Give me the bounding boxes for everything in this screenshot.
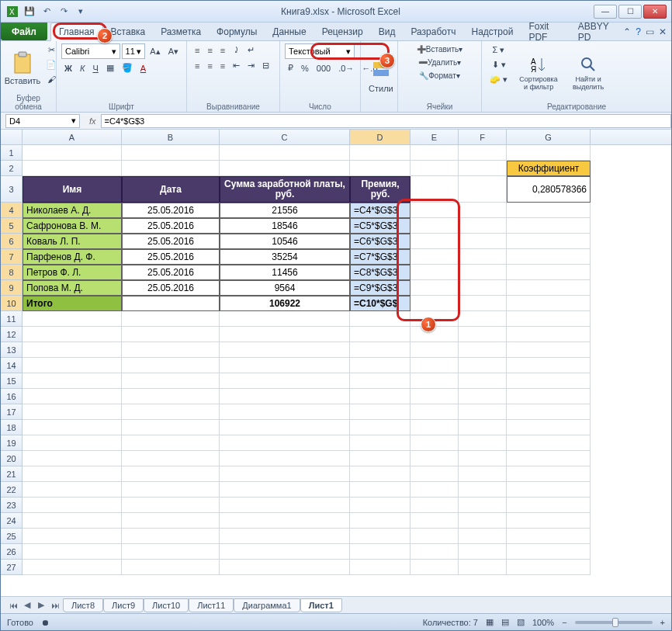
cell[interactable] bbox=[122, 311, 220, 327]
cell[interactable] bbox=[410, 161, 459, 176]
tab-layout[interactable]: Разметка bbox=[153, 23, 209, 40]
italic-icon[interactable]: К bbox=[77, 61, 88, 75]
cell[interactable] bbox=[220, 145, 350, 161]
sheet-nav-prev-icon[interactable]: ◀ bbox=[21, 599, 33, 612]
salary-cell[interactable]: 18546 bbox=[220, 218, 350, 234]
cell[interactable] bbox=[507, 358, 591, 373]
cell[interactable] bbox=[220, 389, 350, 404]
file-tab[interactable]: Файл bbox=[1, 23, 47, 40]
cell[interactable] bbox=[410, 145, 459, 161]
macro-record-icon[interactable]: ⏺ bbox=[41, 618, 50, 627]
increase-decimal-icon[interactable]: .0→ bbox=[335, 61, 357, 75]
font-color-icon[interactable]: A bbox=[137, 61, 149, 75]
row-header-14[interactable]: 14 bbox=[1, 358, 23, 373]
select-all-corner[interactable] bbox=[1, 130, 23, 144]
cell[interactable] bbox=[122, 342, 220, 358]
cell[interactable] bbox=[122, 389, 220, 404]
tab-foxit[interactable]: Foxit PDF bbox=[521, 23, 570, 40]
row-header-2[interactable]: 2 bbox=[1, 161, 23, 176]
font-size-box[interactable]: 11▾ bbox=[122, 43, 146, 59]
bonus-cell[interactable]: =C9*$G$3 bbox=[350, 280, 410, 296]
cell[interactable] bbox=[350, 482, 410, 498]
cell[interactable] bbox=[507, 234, 591, 249]
cell[interactable] bbox=[350, 513, 410, 529]
cell[interactable] bbox=[410, 373, 459, 389]
tab-view[interactable]: Вид bbox=[371, 23, 404, 40]
cell[interactable] bbox=[410, 482, 459, 498]
fill-color-icon[interactable]: 🪣 bbox=[119, 61, 136, 75]
cell[interactable] bbox=[459, 249, 507, 265]
cell[interactable] bbox=[23, 544, 122, 560]
undo-icon[interactable]: ↶ bbox=[40, 5, 54, 19]
cell[interactable] bbox=[23, 358, 122, 373]
cell[interactable] bbox=[410, 389, 459, 404]
cell[interactable] bbox=[350, 342, 410, 358]
cell[interactable] bbox=[350, 529, 410, 544]
date-cell[interactable]: 25.05.2016 bbox=[122, 234, 220, 249]
formula-input[interactable]: =C4*$G$3 bbox=[101, 114, 671, 128]
cell[interactable] bbox=[507, 389, 591, 404]
sheet-tab-Диаграмма1[interactable]: Диаграмма1 bbox=[234, 598, 300, 612]
insert-cells-button[interactable]: ➕ Вставить ▾ bbox=[403, 43, 476, 55]
cell[interactable] bbox=[410, 544, 459, 560]
view-pagebreak-icon[interactable]: ▧ bbox=[517, 617, 525, 627]
cell[interactable] bbox=[507, 342, 591, 358]
cell[interactable] bbox=[220, 342, 350, 358]
cell[interactable] bbox=[459, 358, 507, 373]
align-bottom-icon[interactable]: ≡ bbox=[217, 43, 228, 57]
cell[interactable] bbox=[459, 482, 507, 498]
cell[interactable] bbox=[23, 145, 122, 161]
cell[interactable] bbox=[23, 560, 122, 575]
cell[interactable] bbox=[122, 420, 220, 435]
row-header-10[interactable]: 10 bbox=[1, 296, 23, 311]
cell[interactable] bbox=[350, 389, 410, 404]
sheet-nav-next-icon[interactable]: ▶ bbox=[35, 599, 47, 612]
number-format-box[interactable]: Текстовый▾ bbox=[285, 43, 355, 59]
delete-cells-button[interactable]: ➖ Удалить ▾ bbox=[403, 57, 476, 68]
view-layout-icon[interactable]: ▤ bbox=[501, 617, 509, 627]
cell[interactable] bbox=[122, 513, 220, 529]
date-cell[interactable]: 25.05.2016 bbox=[122, 249, 220, 265]
clear-icon[interactable]: 🧽 ▾ bbox=[487, 73, 511, 86]
cell[interactable] bbox=[220, 466, 350, 482]
cell[interactable] bbox=[23, 435, 122, 451]
cell[interactable] bbox=[507, 145, 591, 161]
close-workbook-icon[interactable]: ✕ bbox=[659, 26, 667, 37]
cell[interactable] bbox=[459, 218, 507, 234]
row-header-23[interactable]: 23 bbox=[1, 498, 23, 513]
row-header-9[interactable]: 9 bbox=[1, 280, 23, 296]
cell[interactable] bbox=[23, 513, 122, 529]
cell[interactable] bbox=[459, 544, 507, 560]
find-select-button[interactable]: Найти и выделить bbox=[566, 43, 610, 102]
cell[interactable] bbox=[410, 560, 459, 575]
cell[interactable] bbox=[410, 513, 459, 529]
cell[interactable] bbox=[507, 560, 591, 575]
cell[interactable] bbox=[507, 482, 591, 498]
cell[interactable] bbox=[459, 296, 507, 311]
cell[interactable] bbox=[459, 203, 507, 218]
cell[interactable] bbox=[507, 513, 591, 529]
orientation-icon[interactable]: ⤸ bbox=[230, 43, 243, 57]
cell[interactable] bbox=[459, 466, 507, 482]
cell[interactable] bbox=[220, 498, 350, 513]
minimize-button[interactable]: — bbox=[594, 5, 617, 19]
cell[interactable] bbox=[350, 327, 410, 342]
sheet-tab-Лист8[interactable]: Лист8 bbox=[63, 598, 103, 612]
cell[interactable] bbox=[23, 389, 122, 404]
shrink-font-icon[interactable]: A▾ bbox=[165, 43, 182, 59]
cell[interactable] bbox=[23, 311, 122, 327]
cell[interactable] bbox=[220, 358, 350, 373]
salary-cell[interactable]: 11456 bbox=[220, 265, 350, 280]
cell[interactable] bbox=[220, 451, 350, 466]
header-bonus[interactable]: Премия, руб. bbox=[350, 176, 410, 203]
cell[interactable] bbox=[410, 404, 459, 420]
cell[interactable] bbox=[459, 311, 507, 327]
cell[interactable] bbox=[410, 435, 459, 451]
close-button[interactable]: ✕ bbox=[643, 5, 667, 19]
cell[interactable] bbox=[220, 513, 350, 529]
format-cells-button[interactable]: 🔧 Формат ▾ bbox=[403, 70, 476, 81]
cell[interactable] bbox=[23, 161, 122, 176]
cell[interactable] bbox=[410, 529, 459, 544]
cell[interactable] bbox=[410, 451, 459, 466]
bold-icon[interactable]: Ж bbox=[61, 61, 75, 75]
